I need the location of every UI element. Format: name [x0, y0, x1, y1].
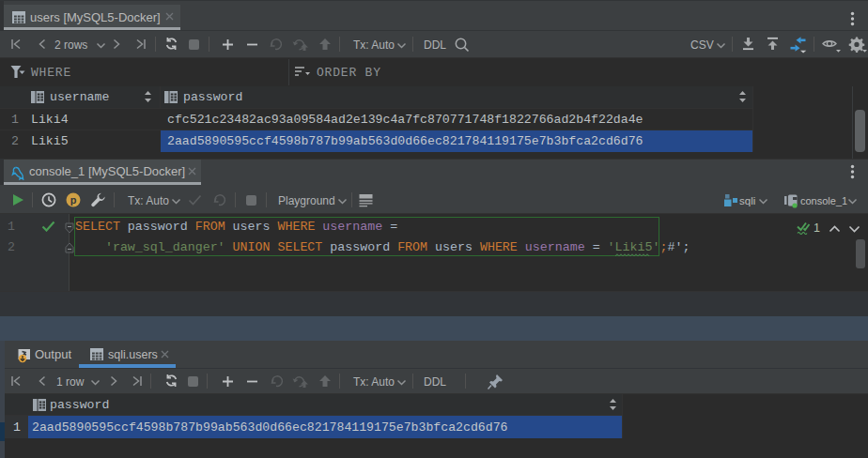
svg-text:p: p	[70, 194, 77, 206]
